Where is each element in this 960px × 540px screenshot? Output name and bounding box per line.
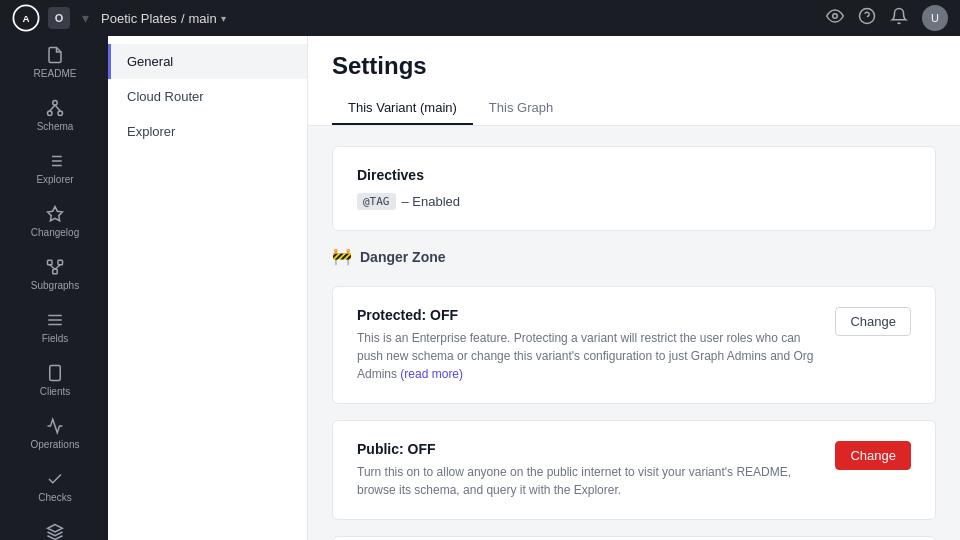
sidebar-item-checks[interactable]: Checks <box>0 460 108 513</box>
org-icon[interactable]: O <box>48 7 70 29</box>
breadcrumb-chevron: ▾ <box>221 13 226 24</box>
tab-this-variant-label: This Variant (main) <box>348 100 457 115</box>
sidebar-item-explorer[interactable]: Explorer <box>0 142 108 195</box>
svg-line-8 <box>50 105 55 111</box>
svg-point-2 <box>833 14 838 19</box>
content-body: Directives @TAG – Enabled 🚧 Danger Zone … <box>308 126 960 540</box>
help-icon[interactable] <box>858 7 876 29</box>
sidebar-item-subgraphs[interactable]: Subgraphs <box>0 248 108 301</box>
svg-point-6 <box>48 111 53 116</box>
topbar: A O ▾ Poetic Plates / main ▾ U <box>0 0 960 36</box>
svg-rect-12 <box>53 269 58 274</box>
protected-change-button[interactable]: Change <box>835 307 911 336</box>
sidebar-label-readme: README <box>34 68 77 79</box>
svg-rect-10 <box>48 260 53 265</box>
sidebar: README Schema Explorer Changelog Subgrap… <box>0 36 108 540</box>
sidebar-label-fields: Fields <box>42 333 69 344</box>
directives-card: Directives @TAG – Enabled <box>332 146 936 231</box>
sidebar-item-schema[interactable]: Schema <box>0 89 108 142</box>
secondary-nav-cloud-router[interactable]: Cloud Router <box>108 79 307 114</box>
notifications-icon[interactable] <box>890 7 908 29</box>
sidebar-item-clients[interactable]: Clients <box>0 354 108 407</box>
sidebar-label-explorer: Explorer <box>36 174 73 185</box>
project-name: Poetic Plates <box>101 11 177 26</box>
sidebar-label-checks: Checks <box>38 492 71 503</box>
directives-title: Directives <box>357 167 911 183</box>
sidebar-item-changelog[interactable]: Changelog <box>0 195 108 248</box>
logo[interactable]: A <box>12 4 40 32</box>
tab-bar: This Variant (main) This Graph <box>332 92 936 125</box>
secondary-nav-explorer-label: Explorer <box>127 124 175 139</box>
protected-card: Protected: OFF This is an Enterprise fea… <box>332 286 936 404</box>
tab-this-variant[interactable]: This Variant (main) <box>332 92 473 125</box>
danger-icon: 🚧 <box>332 247 352 266</box>
svg-text:A: A <box>22 13 29 24</box>
public-change-button[interactable]: Change <box>835 441 911 470</box>
protected-description: This is an Enterprise feature. Protectin… <box>357 329 819 383</box>
secondary-nav: General Cloud Router Explorer <box>108 36 308 540</box>
sidebar-label-clients: Clients <box>40 386 71 397</box>
tab-this-graph-label: This Graph <box>489 100 553 115</box>
breadcrumb[interactable]: Poetic Plates / main ▾ <box>101 11 226 26</box>
public-description: Turn this on to allow anyone on the publ… <box>357 463 819 499</box>
protected-content: Protected: OFF This is an Enterprise fea… <box>357 307 819 383</box>
sidebar-label-schema: Schema <box>37 121 74 132</box>
svg-line-14 <box>55 265 60 270</box>
directives-line: @TAG – Enabled <box>357 193 911 210</box>
sidebar-label-changelog: Changelog <box>31 227 79 238</box>
sidebar-label-subgraphs: Subgraphs <box>31 280 79 291</box>
protected-read-more-link[interactable]: (read more) <box>400 367 463 381</box>
breadcrumb-sep: / <box>181 11 185 26</box>
preview-icon[interactable] <box>826 7 844 29</box>
svg-point-5 <box>53 101 58 106</box>
delete-variant-card: Delete Variant Delete this variant (main… <box>332 536 936 540</box>
secondary-nav-explorer[interactable]: Explorer <box>108 114 307 149</box>
sidebar-item-readme[interactable]: README <box>0 36 108 89</box>
svg-line-13 <box>50 265 55 270</box>
danger-zone-header: 🚧 Danger Zone <box>332 247 936 266</box>
secondary-nav-general[interactable]: General <box>108 44 307 79</box>
tag-status: – Enabled <box>402 194 461 209</box>
svg-point-7 <box>58 111 63 116</box>
content-header: Settings This Variant (main) This Graph <box>308 36 960 126</box>
main-layout: README Schema Explorer Changelog Subgrap… <box>0 36 960 540</box>
breadcrumb-separator: ▾ <box>82 10 89 26</box>
tag-badge: @TAG <box>357 193 396 210</box>
svg-rect-11 <box>58 260 63 265</box>
public-card: Public: OFF Turn this on to allow anyone… <box>332 420 936 520</box>
public-title: Public: OFF <box>357 441 819 457</box>
protected-title: Protected: OFF <box>357 307 819 323</box>
public-content: Public: OFF Turn this on to allow anyone… <box>357 441 819 499</box>
branch-name: main <box>189 11 217 26</box>
topbar-actions: U <box>826 5 948 31</box>
public-desc-text: Turn this on to allow anyone on the publ… <box>357 465 791 497</box>
secondary-nav-cloud-router-label: Cloud Router <box>127 89 204 104</box>
sidebar-item-operations[interactable]: Operations <box>0 407 108 460</box>
page-title: Settings <box>332 52 936 80</box>
svg-line-9 <box>55 105 60 111</box>
danger-zone-title: Danger Zone <box>360 249 446 265</box>
sidebar-label-operations: Operations <box>31 439 80 450</box>
user-avatar[interactable]: U <box>922 5 948 31</box>
tab-this-graph[interactable]: This Graph <box>473 92 569 125</box>
sidebar-item-launches[interactable]: Launches <box>0 513 108 540</box>
avatar-text: U <box>931 12 939 24</box>
secondary-nav-general-label: General <box>127 54 173 69</box>
content-area: Settings This Variant (main) This Graph … <box>308 36 960 540</box>
sidebar-item-fields[interactable]: Fields <box>0 301 108 354</box>
